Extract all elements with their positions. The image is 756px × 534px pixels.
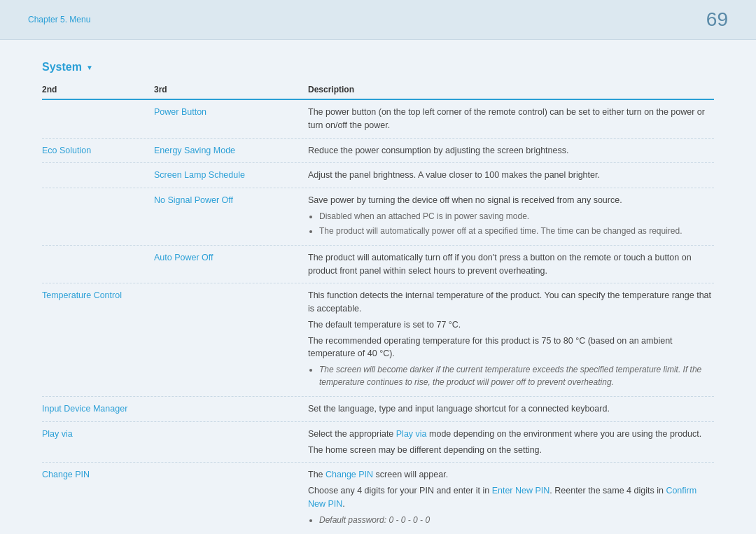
col-desc: The Change PIN screen will appear. Choos… xyxy=(308,468,714,528)
play-via-link: Play via xyxy=(396,429,427,439)
list-item: The product will automatically power off… xyxy=(319,225,714,237)
table-container: 2nd 3rd Description Power Button The pow… xyxy=(42,85,714,534)
col-desc: The product will automatically turn off … xyxy=(308,251,714,278)
col-header-3rd: 3rd xyxy=(154,85,308,94)
section-title-arrow: ▼ xyxy=(86,64,93,71)
table-row: Input Device Manager Set the language, t… xyxy=(42,397,714,422)
col-2nd: Play via xyxy=(42,428,154,439)
col-3rd xyxy=(154,402,308,404)
col-desc: The power button (on the top left corner… xyxy=(308,106,714,132)
col-3rd: No Signal Power Off xyxy=(154,194,308,205)
table-row: Screen Lamp Schedule Adjust the panel br… xyxy=(42,163,714,188)
list-item: The screen will become darker if the cur… xyxy=(319,363,714,388)
table-row: Temperature Control This function detect… xyxy=(42,283,714,397)
col-2nd xyxy=(42,106,154,107)
bullet-list: Default password: 0 - 0 - 0 - 0 xyxy=(319,514,714,526)
col-desc: Adjust the panel brightness. A value clo… xyxy=(308,169,714,182)
col-desc: Save power by turning the device off whe… xyxy=(308,194,714,239)
table-row: No Signal Power Off Save power by turnin… xyxy=(42,188,714,246)
bullet-list: Disabled when an attached PC is in power… xyxy=(319,210,714,237)
enter-new-pin-link: Enter New PIN xyxy=(492,486,550,496)
col-2nd xyxy=(42,194,154,195)
col-3rd xyxy=(154,289,308,290)
col-3rd: Auto Power Off xyxy=(154,251,308,262)
col-desc: Reduce the power consumption by adjustin… xyxy=(308,144,714,157)
list-item: Default password: 0 - 0 - 0 - 0 xyxy=(319,514,714,526)
section-title-text: System xyxy=(42,61,82,73)
section-title: System ▼ xyxy=(42,61,714,73)
table-row: Change PIN The Change PIN screen will ap… xyxy=(42,463,714,534)
col-3rd: Energy Saving Mode xyxy=(154,144,308,155)
content-area: System ▼ 2nd 3rd Description Power Butto… xyxy=(0,40,756,534)
col-desc: Select the appropriate Play via mode dep… xyxy=(308,428,714,457)
col-2nd xyxy=(42,169,154,170)
table-row: Power Button The power button (on the to… xyxy=(42,100,714,139)
page-number: 69 xyxy=(706,8,728,31)
chapter-label: Chapter 5. Menu xyxy=(28,15,90,24)
header-bar: Chapter 5. Menu 69 xyxy=(0,0,756,40)
table-row: Play via Select the appropriate Play via… xyxy=(42,422,714,463)
table-row: Eco Solution Energy Saving Mode Reduce t… xyxy=(42,139,714,164)
col-header-desc: Description xyxy=(308,85,714,94)
table-header: 2nd 3rd Description xyxy=(42,85,714,100)
bullet-list: The screen will become darker if the cur… xyxy=(319,363,714,388)
col-header-2nd: 2nd xyxy=(42,85,154,94)
col-2nd: Change PIN xyxy=(42,468,154,479)
col-3rd xyxy=(154,428,308,429)
col-3rd xyxy=(154,468,308,470)
col-2nd xyxy=(42,251,154,253)
page-container: Chapter 5. Menu 69 System ▼ 2nd 3rd Desc… xyxy=(0,0,756,534)
change-pin-link: Change PIN xyxy=(326,470,373,479)
col-2nd: Eco Solution xyxy=(42,144,154,155)
col-3rd-screen-lamp: Screen Lamp Schedule xyxy=(154,169,308,180)
col-2nd: Temperature Control xyxy=(42,289,154,300)
col-3rd: Power Button xyxy=(154,106,308,117)
col-desc: Set the language, type and input languag… xyxy=(308,402,714,416)
col-2nd: Input Device Manager xyxy=(42,402,154,414)
table-row: Auto Power Off The product will automati… xyxy=(42,246,714,284)
list-item: Disabled when an attached PC is in power… xyxy=(319,210,714,223)
col-desc: This function detects the internal tempe… xyxy=(308,289,714,391)
